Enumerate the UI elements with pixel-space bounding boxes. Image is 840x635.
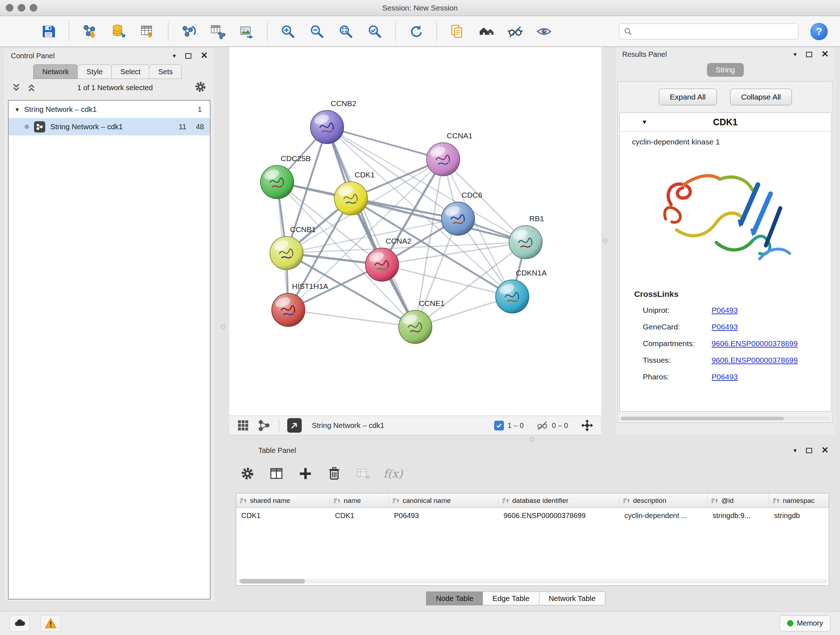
visibility-eye-button[interactable]: [535, 23, 553, 40]
crosslink-value-link[interactable]: P06493: [712, 306, 737, 315]
pan-crosshair-icon[interactable]: [580, 418, 594, 432]
collapse-all-button[interactable]: Collapse All: [730, 89, 792, 105]
string-network-graph[interactable]: CCNB2CCNA1CDC25BCDK1CDC6RB1CCNB1CCNA2CDK…: [229, 47, 601, 416]
delete-column-button[interactable]: [325, 465, 343, 482]
network-node-hist1h1a[interactable]: HIST1H1A: [272, 282, 328, 326]
expand-all-button[interactable]: Expand All: [659, 89, 717, 105]
collapse-all-icon[interactable]: [27, 83, 36, 92]
crosslink-row: Uniprot:P06493: [643, 302, 831, 318]
panel-float-icon[interactable]: [806, 448, 812, 453]
table-row[interactable]: CDK1CDK1P064939606.ENSP00000378699cyclin…: [236, 508, 829, 523]
column-header-database-identifier[interactable]: database identifier: [499, 494, 619, 508]
network-collection-row[interactable]: ▼ String Network – cdk1 1: [9, 101, 210, 118]
search-input[interactable]: [635, 27, 794, 35]
table-horizontal-scrollbar[interactable]: [238, 579, 827, 584]
add-column-button[interactable]: [297, 465, 314, 482]
column-header-namespac[interactable]: namespac: [769, 494, 829, 508]
save-session-button[interactable]: [40, 23, 57, 40]
network-node-rb1[interactable]: RB1: [509, 214, 544, 259]
table-cell[interactable]: 9606.ENSP00000378699: [499, 511, 619, 520]
network-canvas[interactable]: CCNB2CCNA1CDC25BCDK1CDC6RB1CCNB1CCNA2CDK…: [229, 47, 601, 416]
import-network-from-database-button[interactable]: [110, 23, 127, 40]
crosslink-value-link[interactable]: P06493: [712, 372, 737, 381]
selected-checkbox-icon[interactable]: [494, 421, 504, 431]
tab-network[interactable]: Network: [33, 65, 78, 79]
gene-card-header[interactable]: ▼ CDK1: [620, 113, 831, 132]
panel-float-icon[interactable]: [806, 52, 812, 57]
panel-collapse-icon[interactable]: ▾: [793, 51, 797, 58]
open-session-button[interactable]: [11, 23, 28, 40]
column-header-canonical-name[interactable]: canonical name: [389, 494, 499, 508]
warnings-button[interactable]: [41, 615, 61, 632]
tab-style[interactable]: Style: [77, 65, 111, 79]
panel-collapse-icon[interactable]: ▾: [793, 447, 797, 454]
results-horizontal-scrollbar[interactable]: [621, 417, 830, 420]
scrollbar-thumb[interactable]: [240, 579, 305, 584]
table-cell[interactable]: cyclin-dependent ...: [619, 511, 707, 520]
network-edge[interactable]: [327, 127, 415, 327]
tree-disclosure-icon[interactable]: ▼: [14, 106, 20, 112]
import-table-button[interactable]: [139, 23, 156, 40]
expand-all-icon[interactable]: [11, 83, 21, 92]
string-home-button[interactable]: [477, 23, 495, 40]
import-network-from-file-button[interactable]: [81, 23, 98, 40]
network-edge[interactable]: [288, 310, 415, 327]
show-columns-button[interactable]: [268, 465, 285, 482]
network-node-cdc25b[interactable]: CDC25B: [261, 154, 311, 199]
crosslink-value-link[interactable]: 9606.ENSP00000378699: [712, 339, 798, 348]
table-cell[interactable]: CDK1: [330, 511, 389, 520]
network-edge[interactable]: [286, 127, 327, 253]
tab-sets[interactable]: Sets: [149, 65, 182, 79]
column-header-shared-name[interactable]: shared name: [236, 494, 330, 508]
export-image-button[interactable]: [238, 23, 256, 40]
zoom-selected-button[interactable]: [366, 23, 384, 40]
close-window-button[interactable]: [6, 4, 13, 11]
network-node-ccnb2[interactable]: CCNB2: [310, 99, 356, 144]
new-network-button[interactable]: [180, 23, 197, 40]
cloud-status-button[interactable]: [9, 615, 30, 632]
open-in-new-window-button[interactable]: [287, 418, 302, 432]
minimize-window-button[interactable]: [18, 4, 25, 11]
panel-close-icon[interactable]: [201, 52, 208, 60]
tab-string[interactable]: String: [707, 63, 744, 77]
zoom-fit-button[interactable]: [337, 23, 355, 40]
birds-eye-grid-button[interactable]: [237, 419, 249, 432]
panel-close-icon[interactable]: [821, 447, 829, 455]
crosslink-value-link[interactable]: 9606.ENSP00000378699: [712, 356, 798, 364]
tab-edge-table[interactable]: Edge Table: [483, 592, 539, 605]
column-header-description[interactable]: description: [619, 494, 707, 508]
splitter-knob-bottom[interactable]: [530, 437, 535, 442]
network-node-ccnb1[interactable]: CCNB1: [270, 225, 316, 270]
gene-card-disclosure-icon[interactable]: ▼: [641, 119, 647, 126]
table-cell[interactable]: CDK1: [236, 511, 330, 520]
crosslink-value-link[interactable]: P06493: [712, 323, 737, 331]
panel-float-icon[interactable]: [185, 53, 191, 59]
tab-network-table[interactable]: Network Table: [539, 592, 606, 605]
network-options-gear-icon[interactable]: [194, 80, 207, 95]
duplicate-network-button[interactable]: [448, 23, 466, 40]
splitter-knob-right[interactable]: [603, 238, 608, 243]
table-options-gear-button[interactable]: [239, 465, 256, 482]
tab-select[interactable]: Select: [111, 65, 150, 79]
apply-layout-button[interactable]: [407, 23, 425, 40]
network-node-cdkn1a[interactable]: CDKN1A: [496, 269, 546, 313]
zoom-out-button[interactable]: [308, 23, 325, 40]
network-row-selected[interactable]: String Network – cdk1 11 48: [9, 118, 210, 135]
table-cell[interactable]: stringdb:9...: [707, 511, 769, 520]
splitter-knob-left[interactable]: [221, 325, 226, 329]
panel-collapse-icon[interactable]: ▾: [172, 52, 176, 60]
panel-close-icon[interactable]: [821, 50, 829, 59]
tab-node-table[interactable]: Node Table: [426, 592, 483, 605]
network-overview-share-button[interactable]: [257, 419, 271, 432]
zoom-in-button[interactable]: [279, 23, 297, 40]
new-network-from-table-button[interactable]: [209, 23, 226, 40]
zoom-window-button[interactable]: [30, 4, 37, 11]
network-node-ccna1[interactable]: CCNA1: [426, 131, 472, 176]
table-cell[interactable]: P06493: [389, 511, 499, 520]
memory-button[interactable]: Memory: [780, 616, 831, 631]
help-button[interactable]: ?: [810, 23, 828, 40]
column-header--id[interactable]: @id: [707, 494, 769, 508]
column-header-name[interactable]: name: [330, 494, 389, 508]
table-cell[interactable]: stringdb: [769, 511, 829, 520]
glass-effect-button[interactable]: [507, 23, 524, 40]
